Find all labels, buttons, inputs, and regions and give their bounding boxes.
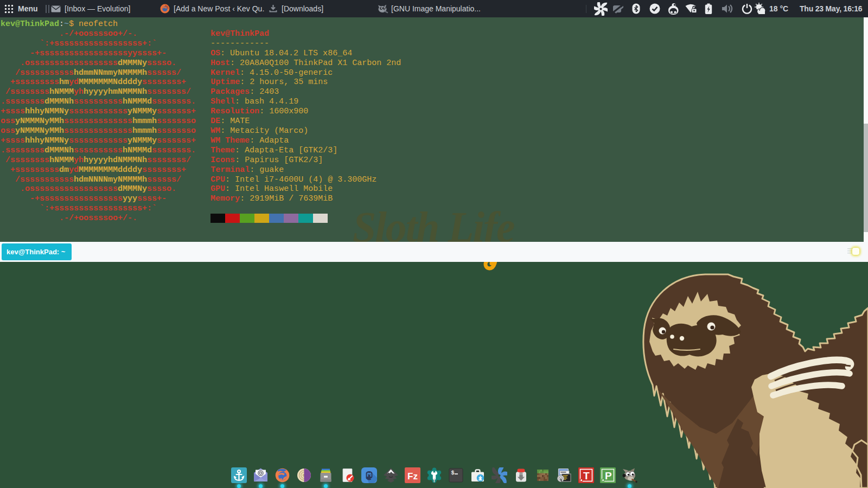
svg-text:Fz: Fz <box>407 471 418 481</box>
svg-text:P: P <box>605 470 612 481</box>
svg-text:T: T <box>583 470 590 481</box>
svg-text:$: $ <box>451 470 454 476</box>
